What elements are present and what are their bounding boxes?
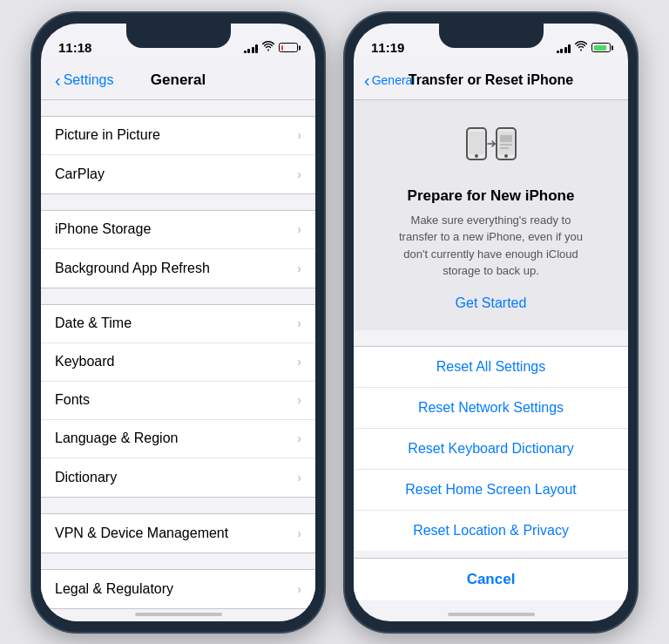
reset-location-label: Reset Location & Privacy [413, 523, 569, 539]
back-button-right[interactable]: ‹ General [364, 71, 415, 91]
chevron-icon: › [297, 471, 301, 485]
time-left: 11:18 [58, 40, 91, 55]
prepare-title: Prepare for New iPhone [408, 187, 575, 205]
item-label: Legal & Regulatory [55, 581, 173, 597]
settings-list: Picture in Picture › CarPlay › iPhone St… [41, 100, 315, 621]
cancel-section: Cancel [354, 558, 628, 600]
list-item[interactable]: iPhone Storage › [41, 211, 315, 249]
gap-2 [41, 194, 315, 210]
section-2: iPhone Storage › Background App Refresh … [41, 210, 315, 288]
list-item[interactable]: Background App Refresh › [41, 249, 315, 288]
battery-fill-right [594, 45, 606, 51]
svg-rect-1 [469, 132, 484, 154]
get-started-button[interactable]: Get Started [456, 292, 527, 315]
gap-4 [41, 498, 315, 513]
chevron-icon: › [297, 222, 301, 236]
gap-5 [41, 553, 315, 569]
svg-rect-4 [500, 135, 512, 142]
svg-rect-5 [500, 144, 512, 146]
reset-keyboard-button[interactable]: Reset Keyboard Dictionary [354, 429, 628, 470]
list-item[interactable]: Legal & Regulatory › [41, 570, 315, 608]
reset-home-screen-button[interactable]: Reset Home Screen Layout [354, 470, 628, 511]
notch-right [439, 24, 544, 48]
reset-home-label: Reset Home Screen Layout [405, 482, 577, 498]
nav-bar-left: ‹ Settings General [41, 62, 315, 100]
svg-rect-3 [498, 132, 514, 154]
page-title-left: General [151, 71, 206, 89]
item-label: Language & Region [55, 430, 178, 446]
chevron-icon: › [297, 355, 301, 369]
status-icons-left [244, 41, 299, 54]
chevron-icon: › [297, 582, 301, 596]
reset-all-settings-button[interactable]: Reset All Settings [354, 347, 628, 388]
reset-all-label: Reset All Settings [436, 359, 545, 375]
item-label: Date & Time [55, 315, 132, 331]
section-4: VPN & Device Management › [41, 513, 315, 553]
reset-network-button[interactable]: Reset Network Settings [354, 388, 628, 429]
item-label: Picture in Picture [55, 127, 160, 143]
item-label: VPN & Device Management [55, 525, 228, 541]
chevron-icon: › [297, 393, 301, 407]
svg-point-7 [475, 154, 478, 158]
right-phone: 11:19 [345, 13, 637, 632]
chevron-icon: › [297, 316, 301, 330]
back-button-left[interactable]: ‹ Settings [55, 71, 113, 91]
home-indicator [135, 613, 222, 616]
section-5: Legal & Regulatory › [41, 569, 315, 609]
svg-point-8 [504, 154, 508, 158]
chevron-icon: › [297, 526, 301, 540]
battery-icon [279, 43, 298, 52]
chevron-icon: › [297, 167, 301, 181]
gap-3 [41, 288, 315, 304]
list-item[interactable]: Fonts › [41, 382, 315, 420]
left-screen: 11:18 [41, 24, 315, 621]
wifi-icon [262, 41, 274, 54]
item-label: Fonts [55, 392, 90, 408]
item-label: Background App Refresh [55, 261, 210, 276]
reset-location-button[interactable]: Reset Location & Privacy [354, 511, 628, 551]
back-chevron-icon: ‹ [55, 71, 61, 91]
list-item[interactable]: CarPlay › [41, 155, 315, 193]
back-chevron-icon-right: ‹ [364, 71, 370, 91]
item-label: Dictionary [55, 470, 117, 485]
reset-content: Prepare for New iPhone Make sure everyth… [354, 100, 628, 600]
battery-icon-right [591, 43, 611, 52]
gap-1 [41, 100, 315, 116]
status-icons-right [557, 41, 612, 54]
list-item[interactable]: Keyboard › [41, 343, 315, 382]
list-item[interactable]: Dictionary › [41, 458, 315, 497]
page-title-right: Transfer or Reset iPhone [409, 72, 573, 88]
reset-options-section: Reset All Settings Reset Network Setting… [354, 346, 628, 551]
wifi-icon-right [575, 41, 587, 54]
signal-icon [244, 43, 259, 53]
section-3: Date & Time › Keyboard › Fonts › Languag… [41, 304, 315, 498]
chevron-icon: › [297, 261, 301, 275]
signal-icon-right [557, 43, 571, 53]
prepare-card: Prepare for New iPhone Make sure everyth… [354, 100, 628, 330]
section-1: Picture in Picture › CarPlay › [41, 116, 315, 194]
item-label: iPhone Storage [55, 221, 151, 237]
back-label-left: Settings [64, 72, 114, 88]
list-item[interactable]: VPN & Device Management › [41, 514, 315, 552]
svg-rect-6 [500, 147, 509, 149]
item-label: Keyboard [55, 354, 115, 369]
list-item[interactable]: Language & Region › [41, 420, 315, 458]
reset-keyboard-label: Reset Keyboard Dictionary [408, 441, 573, 457]
nav-bar-right: ‹ General Transfer or Reset iPhone [354, 62, 628, 100]
chevron-icon: › [297, 431, 301, 445]
prepare-desc: Make sure everything's ready to transfer… [395, 212, 587, 280]
cancel-button[interactable]: Cancel [354, 559, 628, 600]
battery-fill [281, 45, 284, 51]
list-item[interactable]: Date & Time › [41, 305, 315, 343]
time-right: 11:19 [371, 40, 404, 55]
transfer-icon [463, 121, 519, 177]
left-phone: 11:18 [32, 13, 324, 632]
home-indicator-right [448, 613, 535, 616]
right-screen: 11:19 [354, 24, 628, 621]
reset-network-label: Reset Network Settings [418, 400, 564, 416]
list-item[interactable]: Picture in Picture › [41, 117, 315, 155]
item-label: CarPlay [55, 166, 105, 182]
chevron-icon: › [297, 128, 301, 142]
notch [126, 24, 231, 48]
